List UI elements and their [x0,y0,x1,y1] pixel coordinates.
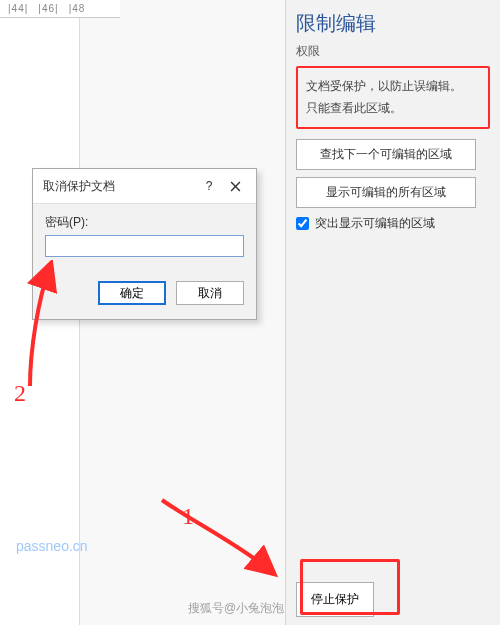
dialog-body: 密码(P): 确定 取消 [33,204,256,319]
help-icon[interactable]: ? [196,175,222,197]
pane-subheading: 权限 [296,43,490,60]
unprotect-document-dialog: 取消保护文档 ? 密码(P): 确定 取消 [32,168,257,320]
annotation-number: 1 [182,503,194,530]
ruler-tick: |44| [8,3,28,14]
password-input[interactable] [45,235,244,257]
watermark-text: 搜狐号@小兔泡泡 [188,600,284,617]
find-next-editable-button[interactable]: 查找下一个可编辑的区域 [296,139,476,170]
ruler-tick: |48 [69,3,86,14]
highlight-editable-checkbox-row[interactable]: 突出显示可编辑的区域 [296,215,490,232]
dialog-titlebar[interactable]: 取消保护文档 ? [33,169,256,204]
restrict-editing-pane: 限制编辑 权限 文档受保护，以防止误编辑。 只能查看此区域。 查找下一个可编辑的… [285,0,500,625]
close-icon[interactable] [222,175,248,197]
protection-notice-line: 文档受保护，以防止误编辑。 [306,76,480,98]
ruler: |44| |46| |48 [0,0,120,18]
pane-title: 限制编辑 [296,10,490,37]
show-all-editable-button[interactable]: 显示可编辑的所有区域 [296,177,476,208]
document-page [0,18,80,625]
annotation-arrow-icon [150,490,280,590]
password-label: 密码(P): [45,214,244,231]
dialog-title: 取消保护文档 [43,178,196,195]
highlight-editable-label: 突出显示可编辑的区域 [315,215,435,232]
ok-button[interactable]: 确定 [98,281,166,305]
protection-notice-line: 只能查看此区域。 [306,98,480,120]
protection-notice-box: 文档受保护，以防止误编辑。 只能查看此区域。 [296,66,490,129]
highlight-editable-checkbox[interactable] [296,217,309,230]
ruler-tick: |46| [38,3,58,14]
stop-protection-button[interactable]: 停止保护 [296,582,374,617]
cancel-button[interactable]: 取消 [176,281,244,305]
